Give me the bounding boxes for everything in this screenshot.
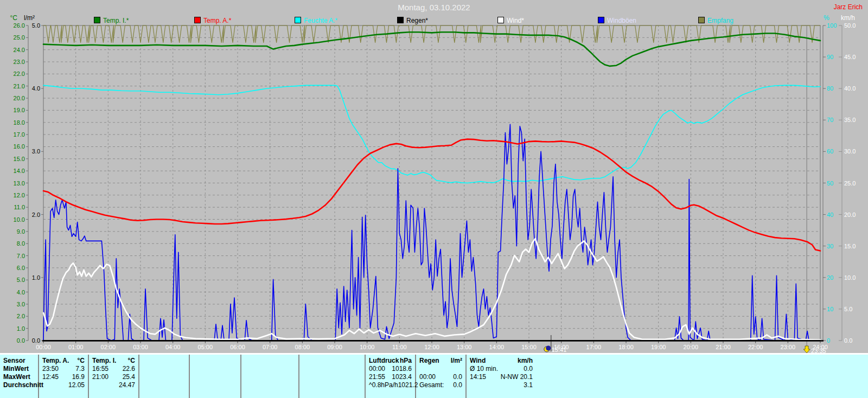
percent-tick-label: 90 [827,54,833,60]
table-cell-time: ^0.8hPa/h [369,381,398,389]
table-group-unit: km/h [518,357,533,364]
table-group-unit: °C [128,357,135,364]
kmh-tick-label: 20.0 [844,211,856,218]
hour-tick-label: 02:00 [101,344,116,350]
table-column-separator [298,355,299,398]
kmh-tick-label: 0.0 [844,337,852,344]
hour-tick-label: 13:00 [457,344,472,350]
percent-tick-label: 70 [827,117,833,123]
table-cell-value: 12.05 [68,381,85,389]
table-value-cell: 00:000.0 [419,373,462,381]
rain-tick-label: 2.0 [32,211,40,218]
table-value-cell: 24.47 [92,381,135,389]
hour-tick-label: 09:00 [327,344,342,350]
table-cell-time: 21:00 [92,373,108,381]
table-group-name: Temp. I. [92,357,116,364]
celsius-tick-label: 26.0 [14,22,25,29]
hour-tick-label: 23:00 [781,344,796,350]
hour-tick-label: 12:00 [424,344,439,350]
celsius-tick-label: 6.0 [17,265,25,271]
celsius-tick-label: 8.0 [17,240,25,247]
table-group-unit: °C [78,357,85,364]
kmh-tick-label: 10.0 [844,274,856,281]
celsius-tick-label: 14.0 [14,168,25,174]
table-column-separator [138,355,139,398]
table-cell-value: 1018.6 [392,365,412,373]
table-group-unit: l/m² [451,357,462,364]
celsius-tick-label: 24.0 [14,47,25,53]
table-value-cell: 12:4516.9 [42,373,85,381]
kmh-tick-label: 50.0 [844,22,856,29]
table-column-separator [88,355,89,398]
series-windb-en [43,124,820,341]
table-column-separator [465,355,467,398]
weather-app-window: Montag, 03.10.2022 Jarz Erich °C l/m² % … [0,0,868,398]
hour-tick-label: 05:00 [198,344,213,350]
percent-tick-label: 60 [827,148,833,155]
table-column-separator [365,355,366,398]
celsius-tick-label: 5.0 [17,277,25,283]
table-group-name: Wind [470,357,486,364]
rain-tick-label: 5.0 [32,22,40,29]
rain-tick-label: 3.0 [32,148,40,155]
table-cell-value: 16.9 [72,373,85,381]
kmh-tick-label: 35.0 [844,117,856,123]
table-group-header: Windkm/h [470,357,533,364]
celsius-tick-label: 22.0 [14,70,25,77]
table-group-name: Regen [419,357,439,364]
hour-tick-label: 00:00 [36,344,51,350]
table-cell-value: 25.4 [123,373,135,381]
percent-tick-label: 0 [827,337,830,344]
table-cell-time: 23:50 [42,365,59,373]
table-cell-value: 7.3 [75,365,85,373]
table-cell-value: 0.0 [453,373,462,381]
table-cell-time: 16:55 [92,365,108,373]
celsius-tick-label: 25.0 [14,34,25,41]
table-row-label: MaxWert [3,373,36,381]
table-cell-value: 3.1 [524,381,533,389]
hour-tick-label: 14:00 [489,344,505,350]
celsius-tick-label: 12.0 [14,192,25,198]
table-cell-value: 0.0 [524,365,533,373]
table-value-cell: Ø 10 min.0.0 [470,365,533,373]
table-cell-value: 24.47 [119,381,135,389]
hour-tick-label: 06:00 [230,344,245,350]
hour-tick-label: 21:00 [716,344,731,350]
table-cell-value: 1021.2 [398,381,418,389]
weather-chart: 26.025.024.023.022.021.020.019.018.017.0… [0,0,868,354]
kmh-tick-label: 30.0 [844,148,856,155]
cursor-arrow-icon [803,346,810,353]
table-value-cell: ^0.8hPa/h1021.2 [369,381,412,389]
hour-tick-label: 04:00 [165,344,181,350]
celsius-tick-label: 4.0 [17,289,25,296]
table-cell-value: 22.6 [123,365,135,373]
celsius-tick-label: 13.0 [14,180,25,187]
table-cell-time: Ø 10 min. [470,365,498,373]
table-value-cell: 21:0025.4 [92,373,135,381]
hour-tick-label: 19:00 [651,344,666,350]
sun-marker-icon-shadow [546,346,551,351]
table-cell-value: N-NW 20.1 [501,373,533,381]
hour-tick-label: 03:00 [133,344,148,350]
table-group-header: Regenl/m² [419,357,462,364]
celsius-tick-label: 20.0 [14,95,25,101]
kmh-tick-label: 15.0 [844,243,856,249]
kmh-tick-label: 40.0 [844,85,856,92]
hour-tick-label: 18:00 [618,344,634,350]
table-group-unit: hPa [400,357,412,364]
table-group-header: LuftdruckhPa [369,357,412,364]
celsius-tick-label: 16.0 [14,143,25,150]
celsius-tick-label: 3.0 [17,301,25,307]
hour-tick-label: 01:00 [68,344,84,350]
celsius-tick-label: 2.0 [17,313,25,319]
table-cell-time: 00:00 [369,365,385,373]
celsius-tick-label: 1.0 [17,325,25,332]
hour-tick-label: 15:00 [521,344,537,350]
table-value-cell: 12.05 [42,381,85,389]
celsius-tick-label: 11.0 [14,204,25,210]
rain-tick-label: 1.0 [32,274,40,281]
celsius-tick-label: 15.0 [14,156,25,162]
hour-tick-label: 10:00 [360,344,375,350]
percent-tick-label: 30 [827,243,833,249]
table-value-cell: 21:551023.4 [369,373,412,381]
